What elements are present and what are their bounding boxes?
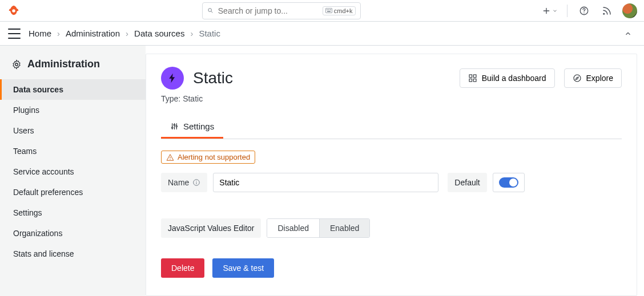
crumb-data-sources[interactable]: Data sources: [134, 29, 184, 38]
explore-button[interactable]: Explore: [564, 68, 622, 88]
sidebar: Administration Data sources Plugins User…: [0, 46, 146, 296]
svg-point-24: [196, 181, 197, 181]
help-icon: [579, 6, 589, 16]
type-line: Type: Static: [161, 94, 622, 103]
save-test-button[interactable]: Save & test: [212, 258, 274, 278]
js-editor-label: JavaScript Values Editor: [161, 218, 261, 238]
svg-point-1: [208, 9, 211, 12]
sidebar-title: Administration: [0, 58, 146, 79]
lightning-icon: [167, 72, 178, 84]
menu-toggle[interactable]: [8, 29, 21, 39]
rss-icon: [602, 6, 612, 16]
svg-point-19: [176, 125, 178, 127]
user-avatar[interactable]: [622, 3, 637, 18]
gear-icon: [11, 59, 22, 70]
compass-icon: [573, 74, 582, 83]
svg-point-0: [12, 9, 15, 13]
delete-button[interactable]: Delete: [161, 258, 204, 278]
help-button[interactable]: [577, 3, 591, 18]
svg-rect-14: [469, 79, 472, 82]
tab-settings[interactable]: Settings: [161, 116, 223, 139]
chevron-right-icon: ›: [190, 29, 193, 38]
chevron-right-icon: ›: [126, 29, 128, 38]
crumb-current: Static: [199, 29, 220, 38]
js-editor-enabled[interactable]: Enabled: [319, 219, 369, 237]
sidebar-item-settings[interactable]: Settings: [0, 202, 146, 223]
search-shortcut: cmd+k: [323, 6, 356, 15]
svg-rect-15: [473, 79, 476, 82]
sidebar-item-service-accounts[interactable]: Service accounts: [0, 161, 146, 182]
sidebar-item-organizations[interactable]: Organizations: [0, 223, 146, 244]
search-icon: [207, 6, 214, 15]
svg-rect-3: [325, 8, 332, 13]
svg-rect-4: [327, 9, 328, 10]
sidebar-item-default-preferences[interactable]: Default preferences: [0, 182, 146, 202]
add-menu[interactable]: [542, 6, 558, 15]
chevron-right-icon: ›: [57, 29, 60, 38]
sidebar-item-stats-license[interactable]: Stats and license: [0, 244, 146, 264]
sidebar-item-data-sources[interactable]: Data sources: [0, 79, 146, 100]
grafana-logo[interactable]: [7, 4, 21, 18]
sidebar-item-teams[interactable]: Teams: [0, 141, 146, 161]
svg-rect-13: [473, 75, 476, 78]
info-icon[interactable]: [192, 179, 200, 186]
svg-rect-5: [328, 9, 329, 10]
svg-point-11: [15, 63, 18, 66]
svg-point-17: [172, 127, 174, 129]
build-dashboard-button[interactable]: Build a dashboard: [460, 68, 555, 88]
crumb-administration[interactable]: Administration: [66, 29, 120, 38]
datasource-icon: [161, 67, 184, 90]
svg-point-18: [174, 124, 175, 126]
js-editor-disabled[interactable]: Disabled: [267, 219, 319, 237]
divider: [567, 5, 567, 17]
breadcrumb: Home › Administration › Data sources › S…: [29, 29, 220, 38]
breadcrumb-row: Home › Administration › Data sources › S…: [0, 22, 644, 46]
keyboard-icon: [325, 8, 332, 13]
chevron-down-icon: [552, 8, 558, 14]
collapse-button[interactable]: [620, 26, 636, 42]
svg-rect-6: [330, 9, 331, 10]
svg-point-16: [574, 75, 581, 82]
default-toggle[interactable]: [499, 177, 518, 188]
chevron-up-icon: [624, 30, 632, 38]
svg-rect-7: [327, 11, 331, 12]
top-bar: cmd+k: [0, 0, 644, 22]
svg-point-21: [170, 159, 170, 159]
warning-icon: [166, 153, 174, 161]
plus-icon: [542, 6, 551, 15]
page-title: Static: [193, 69, 233, 87]
global-search[interactable]: cmd+k: [202, 2, 361, 19]
crumb-home[interactable]: Home: [29, 29, 51, 38]
sliders-icon: [170, 122, 179, 131]
name-input[interactable]: [213, 173, 438, 192]
svg-point-10: [603, 13, 605, 14]
search-input[interactable]: [217, 6, 319, 16]
svg-line-2: [211, 11, 212, 13]
default-label: Default: [448, 173, 486, 192]
sidebar-item-plugins[interactable]: Plugins: [0, 100, 146, 120]
name-label: Name: [161, 173, 207, 192]
main-panel: Static Build a dashboard Explore Type: S…: [146, 54, 637, 296]
svg-rect-12: [469, 75, 472, 78]
apps-icon: [468, 74, 477, 83]
news-button[interactable]: [599, 3, 614, 18]
alerting-warning: Alerting not supported: [161, 151, 255, 164]
js-editor-segment: Disabled Enabled: [267, 218, 370, 238]
sidebar-item-users[interactable]: Users: [0, 120, 146, 141]
svg-point-9: [583, 13, 585, 14]
